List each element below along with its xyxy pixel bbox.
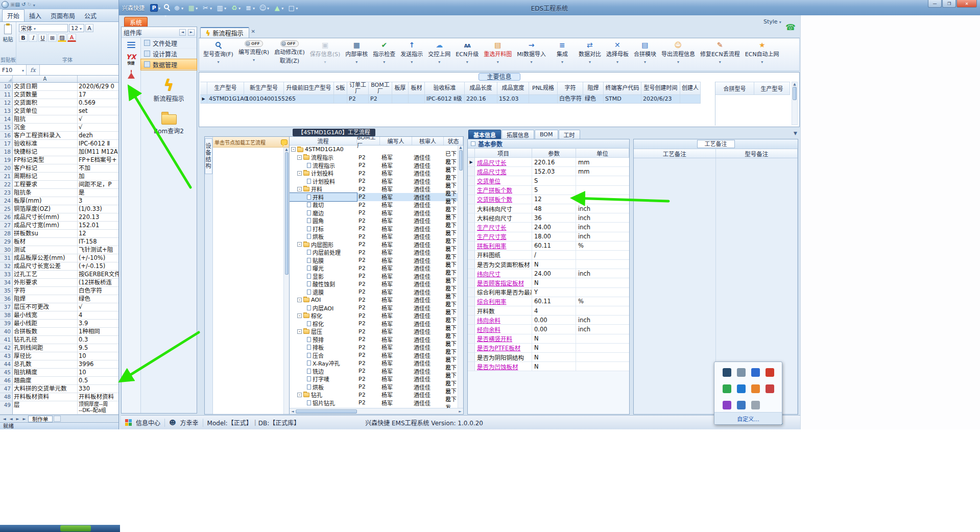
tree-row[interactable]: 圆角 P2 杨军 酒佳佳 已下发 [290,217,458,225]
writer-cell[interactable]: 杨军 [380,161,412,170]
column-header[interactable]: 编写人 [380,137,412,145]
param-value[interactable]: N [532,344,576,352]
auditor-cell[interactable]: 酒佳佳 [412,280,444,288]
writer-cell[interactable]: 杨军 [380,177,412,185]
cell-value[interactable]: 白色字符 [78,287,118,295]
column-header[interactable]: 状态 [444,137,463,145]
cell-value[interactable]: (+/-0.15) [78,262,118,271]
auditor-cell[interactable]: 酒佳佳 [412,391,444,399]
column-header-b[interactable] [78,76,118,82]
param-row[interactable]: 是否为PTFE板材 N [468,344,629,353]
writer-cell[interactable]: 杨军 [380,288,412,296]
writer-cell[interactable]: 杨军 [380,185,412,194]
cell-label[interactable]: 层 [13,401,78,415]
auditor-cell[interactable]: 酒佳佳 [412,193,444,201]
auditor-cell[interactable]: 酒佳佳 [412,185,444,194]
component-item[interactable]: 数据管理 [141,59,197,70]
auditor-cell[interactable]: 酒佳佳 [412,312,444,320]
bom-factory-cell[interactable]: P2 [357,264,380,273]
vertical-scrollbar[interactable]: ▲ [458,146,463,408]
cell-value[interactable]: √ [78,124,118,132]
component-item[interactable]: 设计算法 [141,49,197,59]
auditor-cell[interactable]: 酒佳佳 [412,344,444,352]
param-name[interactable]: 生产尺寸长 [475,223,532,231]
param-name[interactable]: 成品尺寸长 [475,158,532,166]
param-unit[interactable]: inch [576,269,629,278]
param-unit[interactable] [576,251,629,259]
tray-app-icon[interactable] [751,368,760,377]
param-unit[interactable]: inch [576,223,629,231]
param-value[interactable]: 24.00 [532,269,576,278]
tree-row[interactable]: 打标 P2 杨军 酒佳佳 已下发 [290,225,458,233]
param-unit[interactable]: mm [576,167,629,176]
rectangle-icon[interactable] [286,3,299,13]
row-number[interactable]: 33 [0,271,13,279]
process-notes-area[interactable] [634,158,716,414]
row-number[interactable]: 17 [0,140,13,148]
redo-icon[interactable]: ↻ [27,1,31,8]
param-value[interactable]: 36 [532,213,576,222]
row-number[interactable]: 15 [0,124,13,132]
cell-value[interactable]: (1/0.33) [78,205,118,213]
tree-row[interactable]: 酸性蚀刻 P2 杨军 酒佳佳 已下发 [290,280,458,288]
tree-row[interactable]: 计划投料 P2 杨军 酒佳佳 已下发 [290,177,458,185]
chevron-down-icon[interactable] [217,58,219,65]
row-number[interactable]: 47 [0,385,13,393]
style-picker[interactable]: Style [763,18,781,25]
writer-cell[interactable]: 杨军 [380,312,412,320]
writer-cell[interactable]: 杨军 [380,225,412,233]
last-sheet-icon[interactable]: ► [21,417,27,421]
ribbon-button[interactable]: ECN自动上网 [745,40,779,65]
prev-sheet-icon[interactable]: ◄ [8,417,14,421]
select-all-corner[interactable] [0,76,13,82]
excel-ribbon-tab[interactable]: 公式 [80,10,101,21]
auditor-cell[interactable]: 酒佳佳 [412,296,444,304]
column-header[interactable]: 成品长度 [465,82,497,95]
auditor-cell[interactable]: 酒佳佳 [412,375,444,383]
ribbon-button[interactable]: 修复ECN丢流程 [700,40,740,65]
auditor-cell[interactable]: 酒佳佳 [412,351,444,359]
writer-cell[interactable]: 杨军 [380,383,412,391]
param-value[interactable]: N [532,260,576,269]
auditor-cell[interactable]: 酒佳佳 [412,240,444,249]
taskbar-button[interactable] [60,525,91,531]
column-header[interactable]: 参数 [532,149,576,157]
param-unit[interactable] [576,306,629,315]
cell-label[interactable]: 阻焊 [13,295,78,303]
param-name[interactable]: 经向余料 [475,325,532,333]
tree-row[interactable]: 烘板 P2 杨军 酒佳佳 已下发 [290,383,458,391]
tree-row[interactable]: 铣边 P2 杨军 酒佳佳 已下发 [290,367,458,375]
tree-row[interactable]: 开料 P2 杨军 酒佳佳 已下发 [290,193,458,201]
columns-icon[interactable] [214,3,228,13]
cell-label[interactable]: 开料板材资料 [13,393,78,401]
cell-value[interactable]: 0.5 [78,377,118,385]
cell-value[interactable]: √ [78,115,118,124]
bom-factory-cell[interactable]: P2 [357,399,380,407]
param-name[interactable]: 是否为交货面积板材 [475,260,532,269]
param-unit[interactable] [576,176,629,185]
row-number[interactable]: 13 [0,107,13,115]
table-cell[interactable] [284,95,334,104]
cell-value[interactable]: 不加 [78,164,118,173]
param-name[interactable]: 大料经向尺寸 [475,213,532,222]
param-value[interactable]: 18.00 [532,232,576,241]
auditor-cell[interactable]: 酒佳佳 [412,217,444,225]
cell-label[interactable]: 板厚(mm) [13,197,78,205]
start-modify-toggle[interactable]: OFF 启动修改(E) 取消(Z) [274,40,305,64]
bom-factory-cell[interactable] [357,146,380,154]
writer-cell[interactable]: 杨军 [380,328,412,336]
tab-process-notes[interactable]: 工艺备注 [697,140,735,148]
table-cell[interactable]: P2 [369,95,392,104]
param-name[interactable]: 成品尺寸宽 [475,167,532,176]
tree-row[interactable]: 内层前处理 P2 杨军 酒佳佳 已下发 [290,249,458,257]
chevron-down-icon[interactable]: ▼ [794,131,797,136]
chevron-down-icon[interactable] [22,67,24,74]
param-row[interactable]: 纬向余料 0.00 inch [468,316,629,325]
cell-value[interactable]: (12拼板桥连 [78,279,118,287]
row-number[interactable]: 45 [0,369,13,377]
cell-label[interactable]: 字符 [13,287,78,295]
cell-value[interactable]: √ [78,303,118,311]
expander-icon[interactable] [297,187,302,191]
expander-icon[interactable] [297,313,302,318]
bom-factory-cell[interactable]: P2 [357,161,380,170]
